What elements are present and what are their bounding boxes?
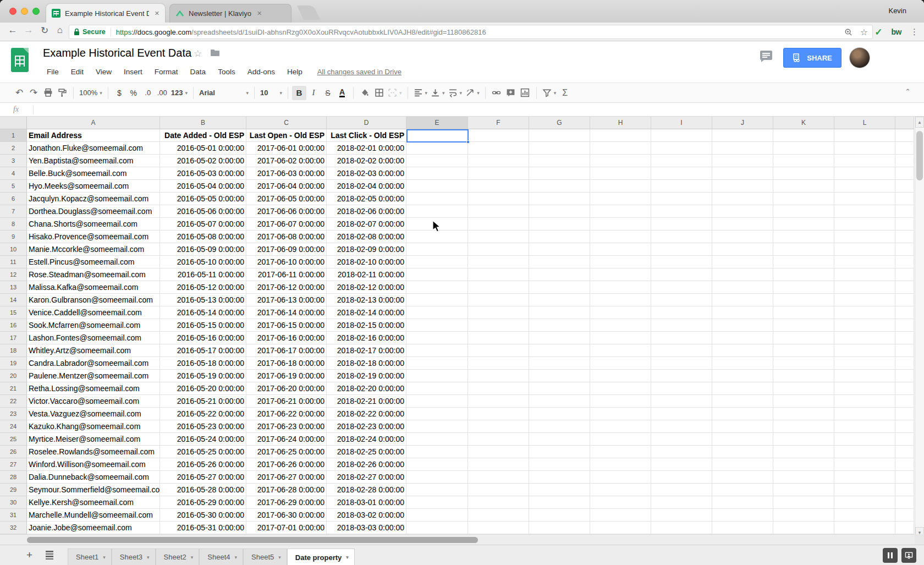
- insert-comment-icon[interactable]: [504, 86, 518, 100]
- row-header[interactable]: 25: [0, 433, 27, 446]
- presentation-button[interactable]: [901, 548, 916, 563]
- cell[interactable]: Winford.Willison@someemail.com: [27, 458, 160, 471]
- cell[interactable]: [773, 256, 834, 268]
- text-rotation-icon[interactable]: ▾: [464, 86, 481, 100]
- cell[interactable]: 2017-06-22 0:00:00: [246, 408, 327, 420]
- cell[interactable]: [590, 522, 651, 534]
- cell[interactable]: [468, 382, 529, 395]
- cell[interactable]: [590, 433, 651, 446]
- cell[interactable]: [895, 142, 914, 155]
- row-header[interactable]: 9: [0, 231, 27, 243]
- cell[interactable]: [651, 294, 712, 306]
- cell[interactable]: [773, 484, 834, 496]
- collapse-toolbar-icon[interactable]: ⌃: [905, 87, 911, 96]
- cell[interactable]: [529, 458, 590, 471]
- cell[interactable]: [651, 484, 712, 496]
- cell[interactable]: 2018-02-19 0:00:00: [327, 370, 406, 382]
- cell[interactable]: [712, 268, 773, 281]
- cell[interactable]: [834, 205, 895, 218]
- cell[interactable]: 2017-06-23 0:00:00: [246, 420, 327, 433]
- cell[interactable]: 2018-02-24 0:00:00: [327, 433, 406, 446]
- cell[interactable]: 2018-02-05 0:00:00: [327, 193, 406, 205]
- cell[interactable]: [712, 129, 773, 142]
- sheet-tab-sheet2[interactable]: Sheet2▾: [156, 548, 200, 565]
- cell[interactable]: [468, 446, 529, 458]
- cell[interactable]: [590, 193, 651, 205]
- cell[interactable]: 2017-06-19 0:00:00: [246, 370, 327, 382]
- cell[interactable]: [406, 484, 468, 496]
- cell[interactable]: [590, 180, 651, 193]
- cell[interactable]: 2016-05-27 0:00:00: [160, 471, 246, 484]
- cell[interactable]: [712, 167, 773, 180]
- cell[interactable]: [895, 218, 914, 231]
- cell[interactable]: [590, 370, 651, 382]
- cell[interactable]: [590, 319, 651, 332]
- column-header-D[interactable]: D: [327, 117, 406, 129]
- column-header-F[interactable]: F: [468, 117, 529, 129]
- cell[interactable]: 2018-02-01 0:00:00: [327, 142, 406, 155]
- cell[interactable]: [712, 205, 773, 218]
- sheet-tab-menu-icon[interactable]: ▾: [191, 555, 194, 560]
- cell[interactable]: 2016-05-03 0:00:00: [160, 167, 246, 180]
- cell[interactable]: [406, 281, 468, 294]
- cell[interactable]: [468, 142, 529, 155]
- cell[interactable]: 2017-06-09 0:00:00: [246, 243, 327, 256]
- cell[interactable]: Belle.Buck@someemail.com: [27, 167, 160, 180]
- cell[interactable]: [651, 193, 712, 205]
- decrease-decimal-button[interactable]: .0: [141, 86, 155, 100]
- cell[interactable]: 2018-02-20 0:00:00: [327, 382, 406, 395]
- cell[interactable]: [406, 243, 468, 256]
- cell[interactable]: [590, 231, 651, 243]
- zoom-page-icon[interactable]: [844, 28, 853, 36]
- cell[interactable]: Karon.Gulbranson@someemail.com: [27, 294, 160, 306]
- menu-tools[interactable]: Tools: [213, 66, 240, 78]
- cell[interactable]: [773, 167, 834, 180]
- cell[interactable]: [773, 180, 834, 193]
- cell[interactable]: 2017-06-17 0:00:00: [246, 344, 327, 357]
- cell[interactable]: [651, 471, 712, 484]
- cell[interactable]: [651, 496, 712, 509]
- cell[interactable]: [468, 408, 529, 420]
- cell[interactable]: [406, 129, 468, 142]
- cell[interactable]: [895, 268, 914, 281]
- cell[interactable]: 2016-05-31 0:00:00: [160, 522, 246, 534]
- zoom-select[interactable]: 100%▾: [78, 86, 104, 100]
- cell[interactable]: [773, 306, 834, 319]
- cell[interactable]: [406, 496, 468, 509]
- cell[interactable]: Manie.Mccorkle@someemail.com: [27, 243, 160, 256]
- cell[interactable]: 2017-06-13 0:00:00: [246, 294, 327, 306]
- row-header[interactable]: 28: [0, 471, 27, 484]
- cell[interactable]: [590, 218, 651, 231]
- cell[interactable]: Venice.Caddell@someemail.com: [27, 306, 160, 319]
- cell[interactable]: [773, 382, 834, 395]
- column-header-I[interactable]: I: [651, 117, 712, 129]
- sheet-tab-sheet4[interactable]: Sheet4▾: [199, 548, 243, 565]
- cell[interactable]: [712, 344, 773, 357]
- cell[interactable]: Lashon.Fontes@someemail.com: [27, 332, 160, 344]
- row-header[interactable]: 31: [0, 509, 27, 522]
- move-to-folder-icon[interactable]: [210, 48, 220, 59]
- cell[interactable]: [895, 129, 914, 142]
- sheet-tab-menu-icon[interactable]: ▾: [235, 555, 238, 560]
- cell[interactable]: [590, 281, 651, 294]
- cell[interactable]: [529, 332, 590, 344]
- cell[interactable]: 2018-02-27 0:00:00: [327, 471, 406, 484]
- all-sheets-menu-icon[interactable]: [46, 551, 53, 559]
- cell[interactable]: 2018-02-03 0:00:00: [327, 167, 406, 180]
- cell[interactable]: 2017-06-27 0:00:00: [246, 471, 327, 484]
- cell[interactable]: [651, 357, 712, 370]
- cell[interactable]: [773, 294, 834, 306]
- cell[interactable]: [895, 306, 914, 319]
- cell[interactable]: [773, 155, 834, 167]
- cell[interactable]: 2018-02-21 0:00:00: [327, 395, 406, 408]
- cell[interactable]: [651, 382, 712, 395]
- cell[interactable]: [529, 256, 590, 268]
- cell[interactable]: 2017-06-04 0:00:00: [246, 180, 327, 193]
- cell[interactable]: [590, 484, 651, 496]
- column-header-H[interactable]: H: [590, 117, 651, 129]
- cell[interactable]: [651, 306, 712, 319]
- cell[interactable]: [406, 180, 468, 193]
- cell[interactable]: [773, 193, 834, 205]
- cell[interactable]: [712, 218, 773, 231]
- cell[interactable]: [895, 471, 914, 484]
